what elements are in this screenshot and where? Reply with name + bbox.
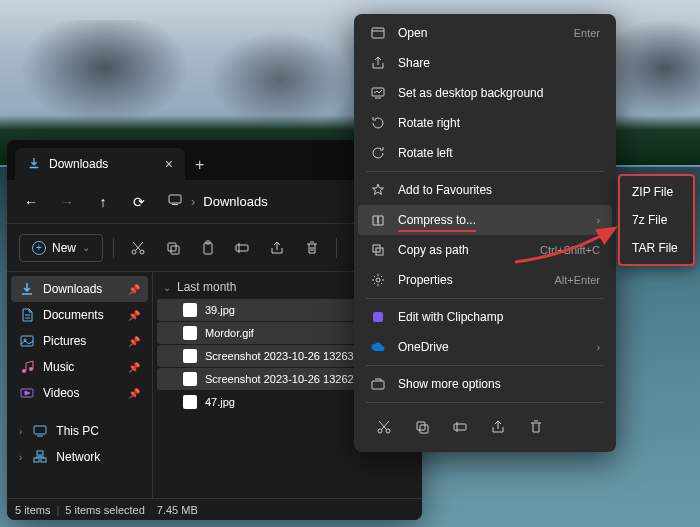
chevron-right-icon: ›	[191, 194, 195, 209]
svg-point-25	[378, 429, 382, 433]
file-icon	[183, 349, 197, 363]
cut-action[interactable]	[368, 412, 400, 442]
svg-rect-28	[420, 425, 428, 433]
breadcrumb-current[interactable]: Downloads	[203, 194, 267, 209]
document-icon	[19, 307, 35, 323]
tab-downloads[interactable]: Downloads ×	[15, 148, 185, 180]
status-size: 7.45 MB	[157, 504, 198, 516]
chevron-right-icon: ›	[19, 452, 22, 463]
svg-rect-27	[417, 422, 425, 430]
delete-action[interactable]	[520, 412, 552, 442]
close-icon[interactable]: ×	[165, 156, 173, 172]
svg-rect-6	[204, 243, 212, 254]
submenu-item-tar-file[interactable]: TAR File	[622, 234, 691, 262]
svg-rect-8	[236, 245, 248, 251]
pin-icon: 📌	[128, 284, 140, 295]
new-tab-button[interactable]: +	[185, 150, 214, 180]
sidebar-item-label: Pictures	[43, 334, 86, 348]
new-button[interactable]: + New ⌄	[19, 234, 103, 262]
menu-item-label: Set as desktop background	[398, 86, 600, 100]
tab-title: Downloads	[49, 157, 108, 171]
share-button[interactable]	[263, 232, 292, 264]
menu-item-properties[interactable]: PropertiesAlt+Enter	[358, 265, 612, 295]
menu-item-set-as-desktop-background[interactable]: Set as desktop background	[358, 78, 612, 108]
menu-item-label: Edit with Clipchamp	[398, 310, 600, 324]
pc-icon	[32, 423, 48, 439]
pin-icon: 📌	[128, 310, 140, 321]
sidebar-item-label: Music	[43, 360, 74, 374]
share-action[interactable]	[482, 412, 514, 442]
menu-item-open[interactable]: OpenEnter	[358, 18, 612, 48]
sidebar-item-music[interactable]: Music📌	[11, 354, 148, 380]
sidebar-item-label: Documents	[43, 308, 104, 322]
menu-separator	[366, 365, 604, 366]
separator	[336, 238, 337, 258]
pin-icon: 📌	[128, 388, 140, 399]
menu-item-rotate-right[interactable]: Rotate right	[358, 108, 612, 138]
download-icon	[19, 281, 35, 297]
up-button[interactable]: ↑	[87, 186, 119, 218]
svg-point-12	[29, 367, 33, 371]
menu-item-onedrive[interactable]: OneDrive›	[358, 332, 612, 362]
compress-submenu: ZIP File7z FileTAR File	[618, 174, 695, 266]
chevron-right-icon: ›	[19, 426, 22, 437]
menu-item-edit-with-clipchamp[interactable]: Edit with Clipchamp	[358, 302, 612, 332]
sidebar-item-label: Videos	[43, 386, 79, 400]
submenu-item--z-file[interactable]: 7z File	[622, 206, 691, 234]
sidebar-item-this-pc[interactable]: ›This PC	[11, 418, 148, 444]
network-icon	[32, 449, 48, 465]
cut-button[interactable]	[124, 232, 153, 264]
onedrive-icon	[370, 339, 386, 355]
svg-point-2	[132, 250, 136, 254]
picture-icon	[19, 333, 35, 349]
properties-icon	[370, 272, 386, 288]
svg-point-22	[376, 278, 380, 282]
new-label: New	[52, 241, 76, 255]
video-icon	[19, 385, 35, 401]
menu-item-label: Copy as path	[398, 243, 528, 257]
paste-button[interactable]	[193, 232, 222, 264]
chevron-right-icon: ›	[597, 215, 600, 226]
submenu-item-zip-file[interactable]: ZIP File	[622, 178, 691, 206]
sidebar-item-documents[interactable]: Documents📌	[11, 302, 148, 328]
rename-button[interactable]	[228, 232, 257, 264]
sidebar-item-network[interactable]: ›Network	[11, 444, 148, 470]
chevron-down-icon: ⌄	[163, 282, 171, 293]
compress-icon	[370, 212, 386, 228]
menu-item-share[interactable]: Share	[358, 48, 612, 78]
sidebar-item-label: This PC	[56, 424, 99, 438]
copy-action[interactable]	[406, 412, 438, 442]
menu-item-compress-to-[interactable]: Compress to...›	[358, 205, 612, 235]
menu-item-rotate-left[interactable]: Rotate left	[358, 138, 612, 168]
svg-point-26	[386, 429, 390, 433]
svg-rect-4	[168, 243, 176, 251]
menu-item-show-more-options[interactable]: Show more options	[358, 369, 612, 399]
menu-item-add-to-favourites[interactable]: Add to Favourites	[358, 175, 612, 205]
refresh-button[interactable]: ⟳	[123, 186, 155, 218]
delete-button[interactable]	[297, 232, 326, 264]
file-icon	[183, 372, 197, 386]
rename-action[interactable]	[444, 412, 476, 442]
status-item-count: 5 items	[15, 504, 50, 516]
svg-rect-5	[171, 246, 179, 254]
back-button[interactable]: ←	[15, 186, 47, 218]
menu-shortcut: Ctrl+Shift+C	[540, 244, 600, 256]
sidebar-item-pictures[interactable]: Pictures📌	[11, 328, 148, 354]
rotate-r-icon	[370, 115, 386, 131]
plus-icon: +	[32, 241, 46, 255]
menu-item-label: Properties	[398, 273, 542, 287]
sidebar-item-downloads[interactable]: Downloads📌	[11, 276, 148, 302]
menu-item-label: Rotate right	[398, 116, 600, 130]
menu-item-label: Open	[398, 26, 562, 40]
menu-item-copy-as-path[interactable]: Copy as pathCtrl+Shift+C	[358, 235, 612, 265]
copy-button[interactable]	[159, 232, 188, 264]
svg-rect-17	[37, 451, 43, 455]
sidebar-item-videos[interactable]: Videos📌	[11, 380, 148, 406]
menu-item-label: Show more options	[398, 377, 600, 391]
menu-item-label: Add to Favourites	[398, 183, 600, 197]
forward-button[interactable]: →	[51, 186, 83, 218]
file-name: 39.jpg	[205, 304, 235, 316]
more-icon	[370, 376, 386, 392]
svg-rect-24	[372, 381, 384, 389]
share-icon	[370, 55, 386, 71]
